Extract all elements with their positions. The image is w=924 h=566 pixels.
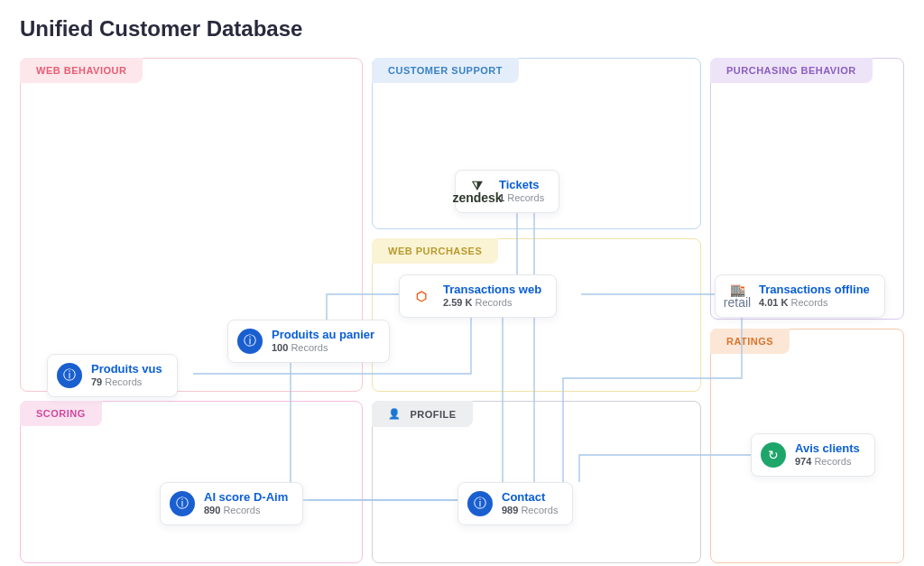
node-meta: 1 Records [499, 192, 544, 205]
node-title: Contact [502, 490, 558, 505]
zendesk-icon: ⧩zendesk [465, 179, 490, 204]
node-title: Tickets [499, 178, 544, 192]
retail-icon: 🏬retail [725, 283, 750, 309]
magento-icon: ⬡ [409, 283, 434, 309]
node-title: Avis clients [795, 441, 860, 456]
info-icon: ⓘ [467, 491, 493, 516]
zone-label-profile: PROFILE [372, 401, 473, 427]
node-produits-au-panier[interactable]: ⓘ Produits au panier 100 Records [227, 320, 390, 363]
node-transactions-offline[interactable]: 🏬retail Transactions offline 4.01 K Reco… [715, 274, 885, 318]
node-title: Transactions web [443, 283, 541, 297]
node-title: Produits au panier [272, 328, 374, 342]
zone-label-ratings: RATINGS [710, 329, 790, 354]
node-title: Produits vus [91, 362, 162, 376]
zone-label-web-behaviour: WEB BEHAVIOUR [20, 58, 143, 83]
zone-label-web-purchases: WEB PURCHASES [372, 238, 498, 264]
info-icon: ⓘ [237, 329, 263, 354]
page-title: Unified Customer Database [20, 16, 904, 42]
info-icon: ⓘ [57, 363, 82, 388]
node-transactions-web[interactable]: ⬡ Transactions web 2.59 K Records [399, 274, 557, 318]
node-produits-vus[interactable]: ⓘ Produits vus 79 Records [47, 354, 178, 397]
zone-label-scoring: SCORING [20, 401, 102, 426]
info-icon: ⓘ [170, 491, 195, 516]
node-title: Transactions offline [759, 283, 870, 297]
node-meta: 974 Records [795, 456, 860, 469]
zone-label-purchasing-behavior: PURCHASING BEHAVIOR [710, 58, 873, 83]
node-meta: 79 Records [91, 376, 162, 389]
refresh-icon: ↻ [761, 442, 786, 468]
zone-label-customer-support: CUSTOMER SUPPORT [372, 58, 519, 83]
diagram-canvas: WEB BEHAVIOUR CUSTOMER SUPPORT PURCHASIN… [20, 58, 904, 563]
node-title: AI score D-Aim [204, 490, 288, 505]
node-meta: 100 Records [272, 342, 374, 355]
node-tickets[interactable]: ⧩zendesk Tickets 1 Records [455, 170, 559, 213]
node-meta: 2.59 K Records [443, 297, 541, 310]
node-meta: 4.01 K Records [759, 297, 870, 310]
node-avis-clients[interactable]: ↻ Avis clients 974 Records [751, 433, 875, 477]
node-contact[interactable]: ⓘ Contact 989 Records [457, 482, 573, 525]
node-meta: 890 Records [204, 505, 288, 517]
node-meta: 989 Records [502, 505, 558, 517]
node-ai-score[interactable]: ⓘ AI score D-Aim 890 Records [160, 482, 303, 525]
